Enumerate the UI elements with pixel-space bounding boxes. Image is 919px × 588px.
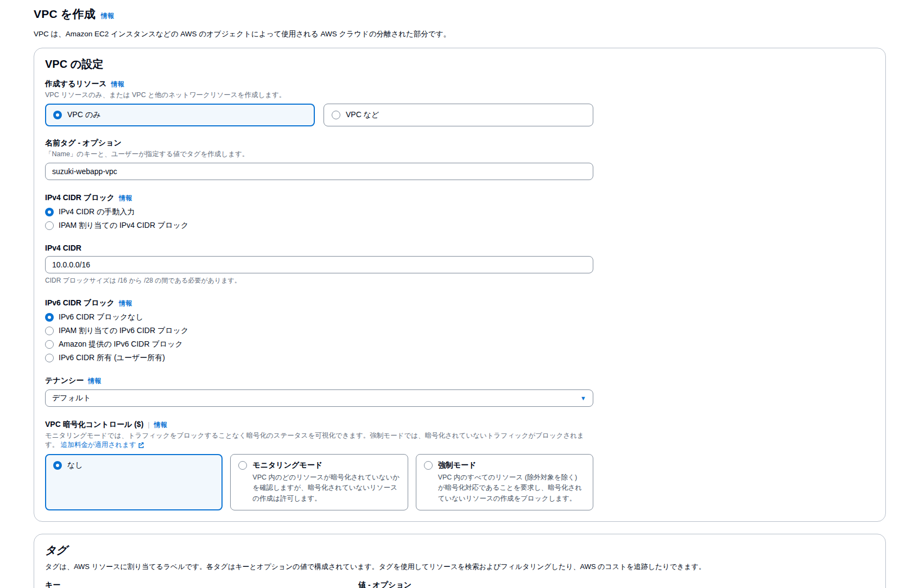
enc-tile-none-label: なし — [67, 461, 83, 470]
tags-card: タグ タグは、AWS リソースに割り当てるラベルです。各タグはキーとオプションの… — [34, 534, 886, 588]
radio-ipv4-manual-label: IPv4 CIDR の手動入力 — [59, 207, 135, 217]
radio-ipv6-amazon-label: Amazon 提供の IPv6 CIDR ブロック — [59, 340, 183, 349]
radio-ipv4-ipam[interactable]: IPAM 割り当ての IPv4 CIDR ブロック — [45, 221, 593, 231]
vpc-settings-card: VPC の設定 作成するリソース 情報 VPC リソースのみ、または VPC と… — [34, 48, 886, 522]
tenancy-label: テナンシー — [45, 376, 84, 386]
ipv6-block-radio-group: IPv6 CIDR ブロックなし IPAM 割り当ての IPv6 CIDR ブロ… — [45, 312, 593, 363]
vpc-settings-heading: VPC の設定 — [45, 57, 874, 72]
enc-tile-enforce-label: 強制モード — [438, 461, 477, 470]
encryption-label: VPC 暗号化コントロール ($) — [45, 420, 143, 430]
ipv4-block-label: IPv4 CIDR ブロック — [45, 193, 115, 203]
ipv4-cidr-label: IPv4 CIDR — [45, 244, 81, 252]
enc-tile-monitoring-label: モニタリングモード — [252, 461, 322, 470]
tile-vpc-only[interactable]: VPC のみ — [45, 104, 315, 126]
tag-key-label: キー — [45, 580, 349, 588]
tile-vpc-and-more-label: VPC など — [346, 110, 379, 120]
encryption-info-link[interactable]: 情報 — [154, 420, 167, 430]
radio-ipv6-ipam[interactable]: IPAM 割り当ての IPv6 CIDR ブロック — [45, 326, 593, 336]
ipv4-block-radio-group: IPv4 CIDR の手動入力 IPAM 割り当ての IPv4 CIDR ブロッ… — [45, 207, 593, 231]
tags-description: タグは、AWS リソースに割り当てるラベルです。各タグはキーとオプションの値で構… — [45, 562, 874, 572]
pricing-link[interactable]: 追加料金が適用されます — [61, 441, 144, 449]
page-header: VPC を作成 情報 VPC は、Amazon EC2 インスタンスなどの AW… — [0, 0, 919, 39]
radio-ipv6-none-label: IPv6 CIDR ブロックなし — [59, 312, 143, 322]
label-divider: | — [148, 420, 149, 429]
radio-unselected-icon — [424, 461, 433, 470]
pricing-link-text: 追加料金が適用されます — [61, 441, 136, 449]
radio-unselected-icon — [45, 221, 54, 230]
resources-description: VPC リソースのみ、または VPC と他のネットワークリソースを作成します。 — [45, 91, 593, 100]
radio-ipv6-owned-label: IPv6 CIDR 所有 (ユーザー所有) — [59, 353, 165, 363]
radio-selected-icon — [45, 208, 54, 216]
ipv4-cidr-input[interactable]: 10.0.0.0/16 — [45, 256, 593, 273]
ipv6-block-label: IPv6 CIDR ブロック — [45, 298, 115, 308]
external-link-icon — [138, 442, 144, 448]
tile-vpc-only-label: VPC のみ — [67, 110, 100, 120]
enc-tile-enforce[interactable]: 強制モード VPC 内のすべてのリソース (除外対象を除く) が暗号化対応である… — [416, 454, 593, 510]
enc-tile-monitoring[interactable]: モニタリングモード VPC 内のどのリソースが暗号化されていないかを確認しますが… — [230, 454, 408, 510]
radio-unselected-icon — [238, 461, 247, 470]
name-tag-input-value: suzuki-webapp-vpc — [52, 167, 117, 176]
radio-unselected-icon — [332, 111, 340, 119]
page-info-link[interactable]: 情報 — [101, 11, 114, 21]
page-subtitle: VPC は、Amazon EC2 インスタンスなどの AWS のオブジェクトによ… — [34, 29, 919, 39]
resources-tile-group: VPC のみ VPC など — [45, 104, 593, 126]
resources-label: 作成するリソース — [45, 79, 107, 89]
tile-vpc-and-more[interactable]: VPC など — [324, 104, 593, 126]
page-title: VPC を作成 — [34, 7, 96, 22]
tag-value-label: 値 - オプション — [358, 580, 658, 588]
enc-tile-monitoring-description: VPC 内のどのリソースが暗号化されていないかを確認しますが、暗号化されていない… — [252, 472, 400, 504]
radio-ipv4-manual[interactable]: IPv4 CIDR の手動入力 — [45, 207, 593, 217]
radio-unselected-icon — [45, 340, 54, 349]
tenancy-info-link[interactable]: 情報 — [88, 376, 101, 386]
encryption-description: モニタリングモードでは、トラフィックをブロックすることなく暗号化のステータスを可… — [45, 431, 593, 450]
radio-unselected-icon — [45, 354, 54, 362]
radio-ipv6-none[interactable]: IPv6 CIDR ブロックなし — [45, 312, 593, 322]
enc-tile-none[interactable]: なし — [45, 454, 223, 510]
ipv6-block-info-link[interactable]: 情報 — [119, 299, 132, 308]
radio-selected-icon — [45, 313, 54, 322]
tags-heading: タグ — [45, 543, 874, 558]
radio-selected-icon — [53, 461, 62, 470]
tag-row: キー Name ✕ 値 - オプション suzuki-webapp-vpc ✕ … — [45, 580, 874, 588]
chevron-down-icon: ▼ — [580, 395, 586, 401]
name-tag-description: 「Name」のキーと、ユーザーが指定する値でタグを作成します。 — [45, 150, 593, 159]
ipv4-block-info-link[interactable]: 情報 — [119, 194, 132, 203]
radio-ipv6-owned[interactable]: IPv6 CIDR 所有 (ユーザー所有) — [45, 353, 593, 363]
radio-ipv4-ipam-label: IPAM 割り当ての IPv4 CIDR ブロック — [59, 221, 188, 231]
resources-info-link[interactable]: 情報 — [111, 80, 124, 89]
name-tag-input[interactable]: suzuki-webapp-vpc — [45, 163, 593, 180]
radio-unselected-icon — [45, 327, 54, 335]
ipv4-cidr-constraint: CIDR ブロックサイズは /16 から /28 の間である必要があります。 — [45, 276, 593, 285]
enc-tile-enforce-description: VPC 内のすべてのリソース (除外対象を除く) が暗号化対応であることを要求し… — [438, 472, 585, 504]
tenancy-selected-value: デフォルト — [52, 393, 91, 403]
ipv4-cidr-input-value: 10.0.0.0/16 — [52, 260, 90, 269]
name-tag-label: 名前タグ - オプション — [45, 138, 122, 148]
radio-ipv6-ipam-label: IPAM 割り当ての IPv6 CIDR ブロック — [59, 326, 188, 336]
radio-selected-icon — [53, 111, 62, 119]
tenancy-select[interactable]: デフォルト ▼ — [45, 389, 593, 407]
radio-ipv6-amazon[interactable]: Amazon 提供の IPv6 CIDR ブロック — [45, 340, 593, 349]
encryption-tile-group: なし モニタリングモード VPC 内のどのリソースが暗号化されていないかを確認し… — [45, 454, 593, 510]
